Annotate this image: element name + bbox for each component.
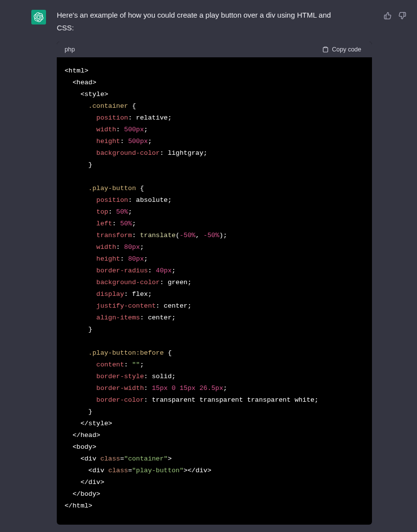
thumbs-down-icon [398,12,406,20]
code-block: php Copy code <html> <head> <style> .con… [57,42,372,525]
assistant-avatar [31,10,46,24]
svg-rect-0 [324,47,327,48]
response-text: Here's an example of how you could creat… [57,9,372,35]
code-header: php Copy code [57,42,372,57]
thumbs-down-button[interactable] [397,11,407,21]
thumbs-up-icon [384,12,392,20]
openai-logo-icon [34,12,44,22]
copy-code-button[interactable]: Copy code [319,46,364,53]
thumbs-up-button[interactable] [383,11,393,21]
clipboard-icon [322,46,329,53]
code-language-label: php [65,46,75,53]
copy-code-label: Copy code [332,46,361,53]
code-content[interactable]: <html> <head> <style> .container { posit… [57,57,372,525]
